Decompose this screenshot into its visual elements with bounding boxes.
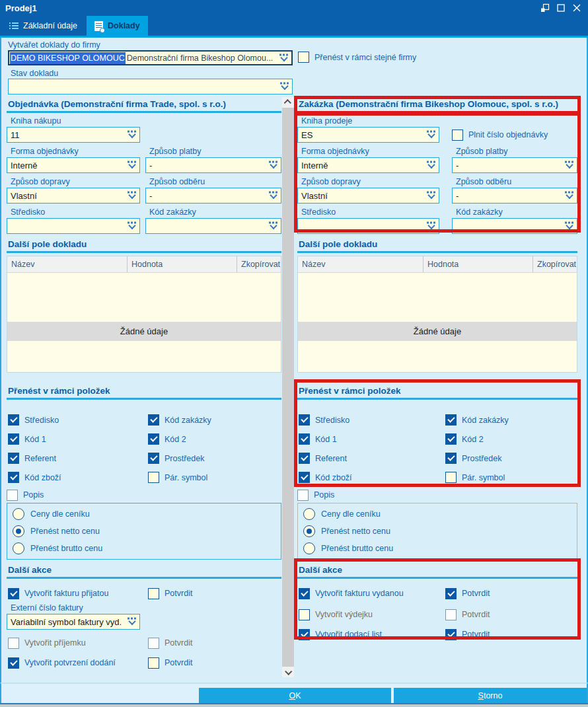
prenest-brutto-radio[interactable] [13, 542, 24, 554]
storno-button[interactable]: Storno [394, 688, 587, 704]
contract-code-combo[interactable] [452, 218, 577, 234]
prenest-brutto-radio[interactable] [303, 542, 315, 554]
radio-label: Přenést brutto cenu [321, 544, 393, 553]
centre-combo[interactable] [297, 218, 439, 234]
stredisko-checkbox[interactable] [8, 414, 19, 426]
vytvorit-fakturu-prijatou-checkbox[interactable] [8, 588, 19, 599]
dropdown-icon[interactable] [426, 131, 436, 139]
dropdown-icon[interactable] [127, 618, 137, 626]
sales-book-combo[interactable]: ES [297, 127, 439, 143]
payment-method-combo[interactable]: - [452, 157, 577, 173]
doc-state-combo[interactable] [8, 79, 293, 94]
par-symbol-checkbox[interactable] [148, 472, 159, 483]
table-header: Název Hodnota Zkopírovat [298, 256, 577, 273]
dropdown-icon[interactable] [564, 161, 574, 170]
vytvorit-dodaci-list-checkbox[interactable] [299, 629, 310, 640]
kod-zakazky-checkbox[interactable] [148, 414, 159, 426]
order-form-value: Interně [301, 161, 328, 170]
dropdown-icon[interactable] [279, 83, 289, 91]
dropdown-icon[interactable] [426, 161, 436, 170]
dropdown-icon[interactable] [268, 222, 278, 231]
kod2-checkbox[interactable] [445, 433, 457, 445]
tab-doklady[interactable]: Doklady [87, 16, 148, 36]
centre-label: Středisko [7, 207, 140, 217]
column-header: Název [7, 256, 128, 272]
price-options-group: Ceny dle ceníku Přenést netto cenu Přené… [297, 503, 577, 560]
referent-checkbox[interactable] [299, 453, 310, 464]
dropdown-icon[interactable] [426, 222, 436, 231]
close-button[interactable] [572, 3, 581, 13]
fill-order-number-checkbox[interactable] [452, 130, 463, 141]
ceny-dle-ceniku-radio[interactable] [303, 508, 315, 520]
kod-zakazky-checkbox[interactable] [445, 414, 457, 426]
target-firm-combo[interactable]: DEMO BIKESHOP OLOMOUC Demonstrační firma… [8, 50, 293, 65]
dropdown-icon[interactable] [426, 192, 436, 200]
prostredek-checkbox[interactable] [148, 453, 159, 464]
checkbox-label: Pár. symbol [165, 473, 207, 482]
transport-method-combo[interactable]: Vlastní [297, 188, 439, 204]
restore-button[interactable] [540, 3, 550, 13]
vytvorit-prijemku-checkbox[interactable] [8, 638, 19, 649]
dropdown-icon[interactable] [564, 192, 574, 200]
potvrdit-checkbox[interactable] [445, 588, 457, 599]
payment-method-combo[interactable]: - [145, 157, 281, 173]
vytvorit-potvrzeni-dodani-checkbox[interactable] [8, 657, 19, 669]
par-symbol-checkbox[interactable] [445, 472, 457, 483]
potvrdit-checkbox[interactable] [445, 609, 457, 620]
extra-fields-title: Další pole dokladu [7, 239, 281, 253]
sale-section-title: Zakázka (Demonstrační firma Bikeshop Olo… [297, 99, 577, 113]
scroll-up-button[interactable] [282, 97, 294, 108]
dropdown-icon[interactable] [268, 192, 278, 200]
checkbox-label: Kód zboží [315, 473, 352, 482]
dropdown-icon[interactable] [127, 161, 137, 170]
potvrdit-checkbox[interactable] [148, 638, 159, 649]
dialog-content: Vytvářet doklady do firmy DEMO BIKESHOP … [0, 38, 588, 683]
potvrdit-checkbox[interactable] [148, 657, 159, 669]
purchase-book-combo[interactable]: 11 [7, 127, 140, 143]
dropdown-icon[interactable] [564, 222, 574, 231]
kod1-checkbox[interactable] [299, 433, 310, 445]
kod-zbozi-checkbox[interactable] [8, 472, 19, 483]
kod1-checkbox[interactable] [8, 433, 19, 445]
referent-checkbox[interactable] [8, 453, 19, 464]
kod2-checkbox[interactable] [148, 433, 159, 445]
scrollbar-thumb[interactable] [282, 108, 294, 667]
potvrdit-checkbox[interactable] [445, 629, 457, 640]
kod-zbozi-checkbox[interactable] [299, 472, 310, 483]
scroll-down-button[interactable] [282, 667, 294, 677]
centre-combo[interactable] [7, 218, 140, 234]
vertical-scrollbar[interactable] [282, 97, 294, 677]
dropdown-icon[interactable] [279, 54, 289, 62]
order-form-combo[interactable]: Interně [297, 157, 439, 173]
table-body [298, 273, 577, 322]
ceny-dle-ceniku-radio[interactable] [13, 508, 24, 520]
checkbox-label: Středisko [315, 416, 349, 425]
order-form-combo[interactable]: Interně [7, 157, 140, 173]
popis-row: Popis [297, 487, 577, 503]
vytvorit-fakturu-vydanou-checkbox[interactable] [299, 588, 310, 599]
maximize-button[interactable] [556, 3, 566, 13]
contract-code-combo[interactable] [145, 218, 281, 234]
transfer-same-firm-checkbox[interactable] [298, 52, 309, 63]
dropdown-icon[interactable] [127, 222, 137, 231]
checkbox-label: Prostředek [165, 454, 204, 463]
prenest-netto-radio[interactable] [13, 525, 24, 537]
prenest-netto-radio[interactable] [303, 525, 315, 537]
vytvorit-vydejku-checkbox[interactable] [299, 609, 310, 620]
pickup-method-combo[interactable]: - [452, 188, 577, 204]
transport-method-combo[interactable]: Vlastní [7, 188, 140, 204]
pickup-method-combo[interactable]: - [145, 188, 281, 204]
maximize-icon [556, 3, 566, 13]
popis-checkbox[interactable] [7, 490, 18, 501]
chevron-up-icon [284, 99, 291, 106]
dropdown-icon[interactable] [268, 161, 278, 170]
stredisko-checkbox[interactable] [299, 414, 310, 426]
ok-button[interactable]: OK [199, 688, 391, 704]
dropdown-icon[interactable] [127, 192, 137, 200]
prostredek-checkbox[interactable] [445, 453, 457, 464]
dropdown-icon[interactable] [127, 131, 137, 139]
external-invoice-combo[interactable]: Variabilní symbol faktury vyd. [7, 614, 140, 630]
popis-checkbox[interactable] [297, 490, 309, 501]
tab-zakladni-udaje[interactable]: Základní údaje [1, 16, 85, 36]
potvrdit-checkbox[interactable] [148, 588, 159, 599]
